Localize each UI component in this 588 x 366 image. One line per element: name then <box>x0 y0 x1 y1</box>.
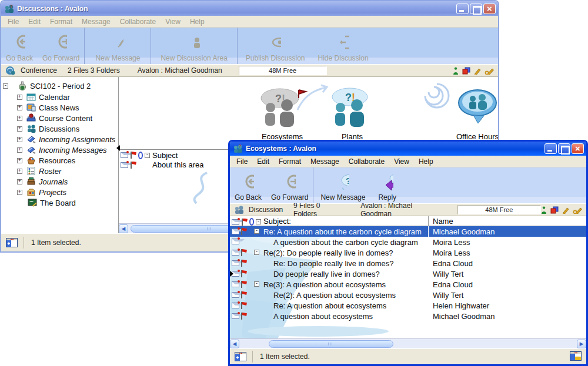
edit-key-icon[interactable] <box>573 206 582 214</box>
column-divider[interactable] <box>428 216 429 226</box>
menu-help[interactable]: Help <box>185 16 209 27</box>
scroll-left-arrow[interactable]: ◄ <box>230 340 239 348</box>
reply-button[interactable]: ?? Reply <box>372 167 402 203</box>
tree-item-roster[interactable]: + Roster <box>1 166 118 176</box>
thread-collapse-box[interactable]: - <box>254 229 259 234</box>
go-back-button[interactable]: Go Back <box>1 28 38 64</box>
tree-item-the-board[interactable]: The Board <box>1 197 118 208</box>
tree-item-resources[interactable]: + Resources <box>1 155 118 166</box>
menu-view[interactable]: View <box>161 16 185 27</box>
tree-item-sci102[interactable]: - SCI102 - Period 2 <box>1 80 118 92</box>
new-message-button[interactable]: ?? New Message <box>313 167 372 203</box>
collapse-all-box[interactable]: - <box>145 153 150 158</box>
close-button[interactable] <box>572 143 584 154</box>
desktop-icon-plants[interactable]: ?! Plants <box>320 86 385 142</box>
view-options-icon[interactable] <box>570 351 582 361</box>
go-forward-button[interactable]: Go Forward <box>266 167 313 203</box>
message-row[interactable]: Re: A question about ecosystems Helen Hi… <box>230 300 586 311</box>
menu-message[interactable]: Message <box>77 16 115 27</box>
message-row[interactable]: A question about ecosystems Michael Good… <box>230 311 586 321</box>
tree-item-class-news[interactable]: + Class News <box>1 102 118 113</box>
pane-splitter-arrow[interactable] <box>116 145 120 151</box>
tree-item-calendar[interactable]: + Calendar <box>1 92 118 102</box>
expand-box[interactable]: + <box>17 169 22 174</box>
titlebar-ecosystems[interactable]: ? Ecosystems : Avalon <box>230 142 586 156</box>
list-hscrollbar[interactable]: ◄ ► <box>230 338 586 348</box>
expand-box[interactable]: + <box>17 158 22 163</box>
tree-item-journals[interactable]: + Journals <box>1 176 118 187</box>
message-row[interactable]: - Re(3): A question about ecosystems Edn… <box>230 279 586 290</box>
layers-icon[interactable] <box>550 206 559 214</box>
desktop-icon-ecosystems[interactable]: ?! Ecosystems <box>247 86 318 142</box>
minimize-button[interactable] <box>456 4 469 14</box>
edit-pencil-icon[interactable] <box>562 206 569 214</box>
menu-file[interactable]: File <box>3 16 24 27</box>
menu-format[interactable]: Format <box>45 16 77 27</box>
close-button[interactable] <box>483 4 496 14</box>
menu-view[interactable]: View <box>389 156 414 167</box>
menu-format[interactable]: Format <box>274 156 306 167</box>
expand-box[interactable]: + <box>17 116 22 121</box>
subject-column-header[interactable]: Subject: <box>263 217 291 226</box>
new-discussion-area-button[interactable]: New Discussion Area <box>151 28 236 64</box>
tree-item-incoming-messages[interactable]: + Incoming Messages <box>1 145 118 155</box>
list-header[interactable]: - Subject: Name <box>230 216 586 226</box>
layers-icon[interactable] <box>462 67 470 75</box>
menu-collaborate[interactable]: Collaborate <box>115 16 161 27</box>
tree-item-projects[interactable]: + Projects <box>1 187 118 197</box>
tree-item-discussions[interactable]: + Discussions <box>1 123 118 134</box>
desktop-icon-office-hours[interactable]: Office Hours <box>439 88 498 142</box>
pane-splitter-arrow[interactable] <box>230 271 233 277</box>
thread-collapse-box[interactable]: - <box>254 281 259 287</box>
toggle-pane-icon[interactable] <box>235 352 246 361</box>
collapse-box[interactable]: - <box>3 83 8 89</box>
account-label: Avalon : Michael Goodman <box>360 202 440 218</box>
expand-box[interactable]: + <box>17 105 22 110</box>
maximize-button[interactable] <box>470 4 482 14</box>
publish-discussion-button[interactable]: Publish Discussion <box>238 28 313 64</box>
person-permission-icon[interactable] <box>541 206 547 214</box>
menu-edit[interactable]: Edit <box>24 16 45 27</box>
expand-box[interactable]: + <box>17 137 22 142</box>
minimize-button[interactable] <box>544 143 557 154</box>
svg-text:?: ? <box>10 4 12 8</box>
menu-collaborate[interactable]: Collaborate <box>344 156 389 167</box>
scroll-thumb[interactable] <box>269 340 393 348</box>
expand-box[interactable]: + <box>17 126 22 132</box>
person-permission-icon[interactable] <box>453 67 459 75</box>
message-row[interactable]: - Re: A question about the carbon cycle … <box>230 226 586 237</box>
tree-item-incoming-assignments[interactable]: + Incoming Assignments <box>1 134 118 145</box>
message-row[interactable]: Re(2): A question about ecosystems Willy… <box>230 290 586 300</box>
menu-help[interactable]: Help <box>414 156 438 167</box>
expand-box[interactable]: + <box>17 147 22 153</box>
scroll-left-arrow[interactable]: ◄ <box>119 224 128 233</box>
message-row[interactable]: - Re(2): Do people really live in domes?… <box>230 247 586 258</box>
thread-collapse-box[interactable]: - <box>254 250 259 255</box>
go-forward-button[interactable]: Go Forward <box>38 28 84 64</box>
message-row[interactable]: Re: Do people really live in domes? Edna… <box>230 258 586 268</box>
edit-pencil-icon[interactable] <box>474 67 481 75</box>
account-label: Avalon : Michael Goodman <box>138 66 222 75</box>
tree-item-course-content[interactable]: + Course Content <box>1 113 118 123</box>
menu-file[interactable]: File <box>232 156 252 167</box>
message-row[interactable]: Do people really live in domes? Willy Te… <box>230 268 586 279</box>
message-row[interactable]: A question about the carbon cycle diagra… <box>230 237 586 247</box>
expand-box[interactable]: + <box>17 95 22 100</box>
expand-box[interactable]: + <box>17 179 22 184</box>
go-back-button[interactable]: Go Back <box>230 167 266 203</box>
toggle-pane-icon[interactable] <box>6 238 18 247</box>
edit-key-icon[interactable] <box>485 67 494 75</box>
hide-discussion-button[interactable]: Hide Discussion <box>313 28 373 64</box>
titlebar-discussions[interactable]: ? Discussions : Avalon <box>1 1 498 16</box>
subject-column-header[interactable]: Subject <box>152 151 178 160</box>
collapse-all-box[interactable]: - <box>256 219 261 224</box>
scroll-right-arrow[interactable]: ► <box>577 340 586 348</box>
menu-edit[interactable]: Edit <box>252 156 274 167</box>
menu-message[interactable]: Message <box>306 156 344 167</box>
new-message-button[interactable]: New Message <box>85 28 151 64</box>
name-column-header[interactable]: Name <box>433 217 453 226</box>
expand-box[interactable]: + <box>17 190 22 195</box>
new-discussion-area-icon <box>190 31 200 54</box>
maximize-button[interactable] <box>558 143 570 154</box>
new-message-icon <box>113 31 123 54</box>
